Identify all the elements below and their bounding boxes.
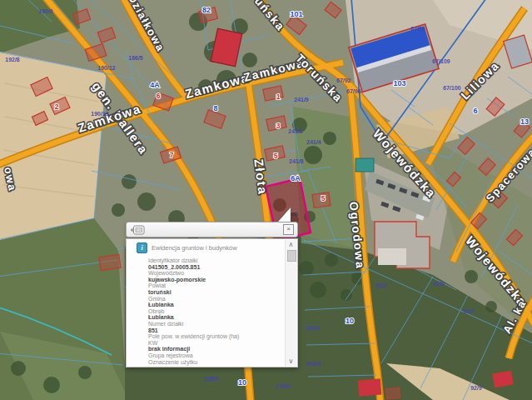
address-number: 103 <box>393 79 405 88</box>
popup-field-label: Pole pow. w ewidencji gruntów (ha) <box>148 333 284 340</box>
popup-field-value: Łubianka <box>148 302 284 308</box>
parcel-number: 241/9 <box>294 97 309 102</box>
info-icon: i <box>137 242 147 253</box>
building-number: 7 <box>170 151 174 159</box>
parcel-number: 67/100 <box>443 85 461 91</box>
popup-field-value: brak informacji <box>148 346 284 352</box>
popup-body: i Ewidencja gruntów i budynków Identyfik… <box>126 238 298 368</box>
popup-toolbar: × <box>126 222 298 238</box>
popup-field-label: Obręb <box>148 308 284 315</box>
popup-field-label: Powiat <box>148 282 284 289</box>
parcel-number: 190/13 <box>91 111 109 117</box>
parcel-number: 854/2 <box>306 361 321 367</box>
address-number: 13 <box>520 118 529 126</box>
parcel-number: 92/2 <box>375 282 387 288</box>
parcel-number: 241/8 <box>289 158 304 164</box>
popup-field-value: 041505_2.0005.851 <box>148 264 284 271</box>
popup-pointer <box>278 208 291 222</box>
scroll-up-icon[interactable]: ∧ <box>286 240 296 249</box>
popup-field-label: Gmina <box>148 296 284 302</box>
address-number: 82 <box>202 6 211 14</box>
address-number: 4A <box>150 81 160 89</box>
parcel-number: 854/1 <box>306 325 321 331</box>
printer-icon[interactable] <box>130 225 145 235</box>
address-number: 6A <box>291 174 301 182</box>
popup-fields: Identyfikator działki041505_2.0005.851Wo… <box>137 258 284 365</box>
pool <box>355 158 374 172</box>
scrollbar-thumb[interactable] <box>287 250 296 262</box>
popup-field-label: Oznaczenie użytku <box>148 359 284 366</box>
address-number: 8 <box>213 104 217 112</box>
parcel-number: 67/109 <box>432 58 450 64</box>
parcel-number: 192/8 <box>5 57 20 62</box>
parcel-number: 288/3 <box>204 376 219 382</box>
parcel-number: 241/4 <box>306 139 321 145</box>
parcel-number: 67/92 <box>336 78 351 83</box>
popup-field-value: kujawsko-pomorskie <box>148 277 284 283</box>
parcel-number: 279/2 <box>276 383 291 389</box>
parcel-number: 92/7 <box>463 308 475 314</box>
parcel-number: 186/5 <box>128 55 143 61</box>
map-viewer: gen. HalleraDziałkowaZamkowaZamkowaZamko… <box>0 0 532 400</box>
street-label: Zamkowa <box>183 70 251 101</box>
building-number: 5 <box>321 194 326 202</box>
building-number: 5 <box>274 152 278 160</box>
popup-field-label: Numer działki <box>148 321 284 328</box>
building-number: 3 <box>276 122 281 130</box>
scroll-down-icon[interactable]: ∨ <box>286 357 296 366</box>
popup-field-label: KW <box>148 340 284 347</box>
popup-field-value: Łubianka <box>148 314 284 321</box>
address-number: 6 <box>473 107 477 115</box>
popup-field-label: Grupa rejestrowa <box>148 352 284 359</box>
close-icon[interactable]: × <box>283 224 294 235</box>
building-number: 2 <box>55 102 59 111</box>
popup-title: Ewidencja gruntów i budynków <box>152 244 237 252</box>
parcel-number: 92/8 <box>433 281 445 287</box>
address-number: 101 <box>290 10 302 18</box>
parcel-info-popup: × i Ewidencja gruntów i budynków Identyf… <box>126 222 298 368</box>
popup-field-value: 851 <box>148 328 284 334</box>
parcel-number: 190/9 <box>38 8 53 14</box>
parcel-number: 190/12 <box>97 65 116 71</box>
building-number: 6 <box>157 92 161 100</box>
popup-scrollbar[interactable]: ∧ ∨ <box>285 240 296 366</box>
popup-field-label: Identyfikator działki <box>148 258 284 264</box>
parcel-number: 92/9 <box>470 385 482 391</box>
parcel-number: 67/96 <box>346 88 361 94</box>
address-number: 10 <box>238 378 246 387</box>
parcel-number: 241/5 <box>288 128 303 134</box>
building-number: 1 <box>276 92 281 101</box>
popup-field-label: Województwo <box>148 270 284 277</box>
street-label: Złota <box>251 158 270 196</box>
parcel-number: 67/86 <box>410 26 425 32</box>
popup-field-value: toruński <box>148 289 284 296</box>
address-number: 10 <box>346 317 354 325</box>
